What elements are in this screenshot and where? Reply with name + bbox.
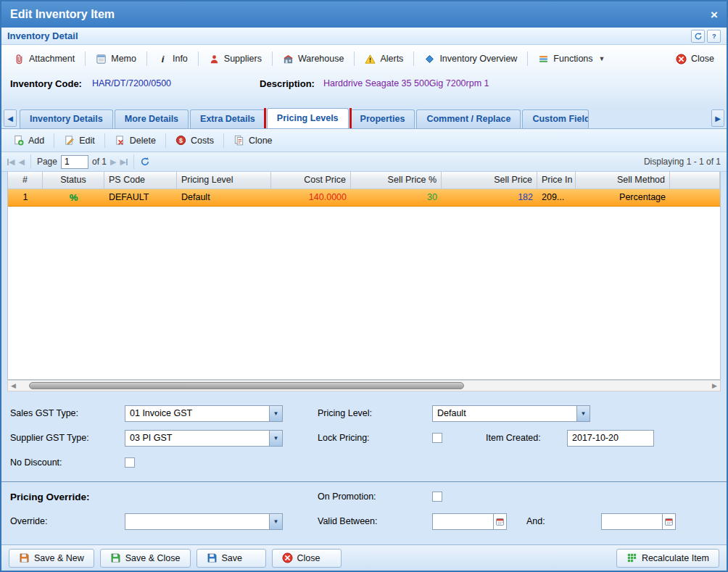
chevron-down-icon[interactable]: ▼ — [576, 406, 590, 421]
memo-button[interactable]: Memo — [89, 51, 143, 67]
toolbar-separator — [54, 133, 54, 148]
recalculate-item-button[interactable]: Recalculate Item — [616, 549, 719, 568]
toolbar-close-button[interactable]: Close — [669, 51, 721, 67]
window-title: Edit Inventory Item — [10, 8, 115, 21]
alerts-button[interactable]: Alerts — [358, 51, 410, 67]
table-row[interactable]: 1 % DEFAULT Default 140.0000 30 182 209.… — [8, 189, 720, 207]
scrollbar-thumb[interactable] — [29, 382, 464, 389]
column-header-sell-price-pct[interactable]: Sell Price % — [351, 172, 442, 188]
horizontal-scrollbar[interactable]: ◀ ▶ — [7, 380, 721, 391]
add-icon — [13, 135, 24, 146]
prev-page-icon[interactable]: ◀ — [18, 157, 24, 167]
lock-pricing-checkbox[interactable] — [432, 433, 442, 443]
column-header-ps-code[interactable]: PS Code — [104, 172, 177, 188]
save-new-button[interactable]: Save & New — [9, 549, 94, 568]
on-promotion-label: On Promotion: — [318, 492, 432, 502]
calendar-glyph — [495, 517, 505, 526]
costs-button[interactable]: Costs — [170, 132, 220, 149]
first-page-icon[interactable]: ◀ — [7, 157, 15, 167]
column-header-pricing-level[interactable]: Pricing Level — [177, 172, 271, 188]
chevron-down-icon[interactable]: ▼ — [269, 406, 282, 421]
page-of-label: of 1 — [92, 157, 107, 167]
recalculate-icon — [626, 552, 637, 563]
form-row: Supplier GST Type: 03 PI GST ▼ Lock Pric… — [1, 428, 727, 448]
help-button[interactable] — [707, 30, 721, 43]
column-header-status[interactable]: Status — [43, 172, 104, 188]
toolbar-separator — [413, 51, 414, 66]
edit-button[interactable]: Edit — [58, 132, 101, 149]
toolbar-separator — [165, 133, 166, 148]
save-button[interactable]: Save — [197, 549, 266, 568]
close-circle-icon — [676, 54, 687, 65]
add-button[interactable]: Add — [7, 132, 50, 149]
refresh-button[interactable] — [691, 30, 705, 43]
and-date-input[interactable] — [601, 513, 662, 530]
inventory-overview-button[interactable]: Inventory Overview — [418, 51, 524, 67]
column-header-price-in[interactable]: Price In — [537, 172, 576, 188]
save-new-icon — [19, 552, 30, 563]
toolbar-separator — [223, 133, 224, 148]
percent-status-icon: % — [43, 189, 104, 206]
save-new-label: Save & New — [34, 553, 84, 563]
suppliers-button[interactable]: Suppliers — [202, 51, 268, 67]
tab-inventory-details[interactable]: Inventory Details — [20, 109, 113, 128]
pricing-level-select[interactable]: Default ▼ — [432, 405, 590, 422]
delete-button[interactable]: Delete — [109, 132, 162, 149]
chevron-down-icon[interactable]: ▼ — [269, 514, 282, 529]
pager-separator — [133, 154, 134, 169]
column-header-sell-price[interactable]: Sell Price — [442, 172, 537, 188]
item-created-field[interactable] — [567, 430, 654, 447]
functions-icon — [538, 54, 549, 65]
column-header-num[interactable]: # — [8, 172, 43, 188]
save-close-button[interactable]: Save & Close — [100, 549, 191, 568]
pricing-levels-grid: # Status PS Code Pricing Level Cost Pric… — [7, 172, 721, 380]
form-row: Sales GST Type: 01 Invoice GST ▼ Pricing… — [1, 403, 727, 423]
attachment-button[interactable]: Attachment — [7, 51, 81, 67]
inventory-overview-label: Inventory Overview — [439, 54, 517, 64]
inventory-code-label: Inventory Code: — [10, 78, 82, 89]
column-header-sell-method[interactable]: Sell Method — [576, 172, 670, 188]
info-button[interactable]: Info — [151, 51, 194, 67]
on-promotion-checkbox[interactable] — [432, 492, 442, 502]
last-page-icon[interactable]: ▶ — [120, 157, 127, 167]
description-label: Description: — [260, 78, 315, 89]
tab-scroll-left-icon[interactable]: ◀ — [4, 109, 17, 127]
pricing-override-heading: Pricing Override: — [10, 492, 125, 502]
supplier-gst-type-label: Supplier GST Type: — [10, 433, 125, 443]
column-header-cost-price[interactable]: Cost Price — [271, 172, 351, 188]
add-label: Add — [28, 136, 44, 146]
close-button[interactable]: Close — [272, 549, 342, 568]
tab-more-details[interactable]: More Details — [115, 109, 189, 128]
close-label: Close — [297, 553, 320, 563]
tab-comment-replace[interactable]: Comment / Replace — [416, 109, 521, 128]
pager-refresh-icon[interactable] — [140, 157, 150, 167]
tab-extra-details[interactable]: Extra Details — [190, 109, 265, 128]
calendar-icon[interactable] — [662, 513, 676, 530]
clone-button[interactable]: Clone — [228, 132, 278, 149]
chevron-down-icon[interactable]: ▼ — [269, 431, 282, 446]
sales-gst-type-select[interactable]: 01 Invoice GST ▼ — [125, 405, 283, 422]
cell-pricing-level: Default — [177, 189, 271, 206]
calendar-icon[interactable] — [493, 513, 507, 530]
functions-button[interactable]: Functions ▼ — [531, 51, 611, 67]
tab-scroll-right-icon[interactable]: ▶ — [711, 109, 724, 127]
scroll-right-icon[interactable]: ▶ — [709, 382, 720, 389]
tab-pricing-levels[interactable]: Pricing Levels — [267, 108, 349, 128]
window-close-icon[interactable]: × — [711, 9, 718, 21]
memo-label: Memo — [111, 54, 136, 64]
valid-between-label: Valid Between: — [318, 516, 432, 526]
recalculate-label: Recalculate Item — [642, 553, 709, 563]
valid-between-input[interactable] — [432, 513, 493, 530]
scroll-left-icon[interactable]: ◀ — [8, 382, 19, 389]
save-label: Save — [222, 553, 243, 563]
edit-icon — [64, 135, 75, 146]
supplier-gst-type-select[interactable]: 03 PI GST ▼ — [125, 430, 283, 447]
next-page-icon[interactable]: ▶ — [110, 157, 116, 167]
override-select[interactable]: ▼ — [125, 513, 283, 530]
page-input[interactable] — [61, 155, 88, 169]
tab-custom-fields[interactable]: Custom Fields — [522, 109, 589, 128]
overview-icon — [424, 54, 435, 65]
no-discount-checkbox[interactable] — [125, 457, 135, 468]
warehouse-button[interactable]: Warehouse — [276, 51, 350, 67]
tab-properties[interactable]: Properties — [350, 109, 415, 128]
